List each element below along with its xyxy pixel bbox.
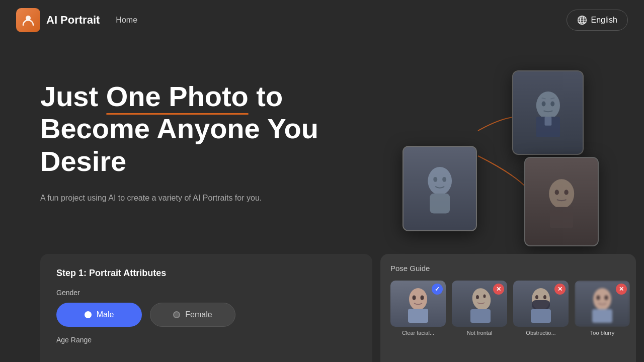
- pose-card-badge-1: ✓: [432, 284, 443, 295]
- logo-wrapper: AI Portrait: [16, 8, 100, 32]
- svg-point-38: [597, 295, 600, 300]
- hero-subtitle: A fun project using AI to create a varie…: [40, 192, 318, 205]
- pose-card-badge-3: ✕: [554, 284, 566, 295]
- pose-card-label-2: Not frontal: [452, 330, 507, 336]
- pose-card-4: ✕ Too blurry: [575, 281, 630, 336]
- svg-point-14: [541, 101, 545, 106]
- gender-buttons: Male Female: [56, 303, 356, 327]
- svg-point-34: [543, 295, 546, 299]
- svg-rect-20: [550, 207, 573, 228]
- gender-male-radio: [85, 311, 92, 318]
- portrait-card-top-right: [512, 70, 584, 155]
- pose-guide-title: Pose Guide: [390, 264, 626, 273]
- svg-point-25: [413, 295, 416, 300]
- svg-point-36: [593, 288, 611, 310]
- globe-icon: [577, 15, 587, 25]
- pose-face-svg-2: [464, 285, 495, 323]
- header: AI Portrait Home English: [0, 0, 644, 40]
- svg-point-15: [550, 101, 554, 106]
- svg-point-11: [442, 177, 446, 182]
- nav-home[interactable]: Home: [116, 16, 137, 25]
- pose-card-3: ✕ Obstructio...: [513, 281, 569, 336]
- pose-card-img-3: ✕: [513, 281, 569, 327]
- logo-text: AI Portrait: [46, 14, 100, 27]
- bottom-section: Step 1: Portrait Attributes Gender Male …: [0, 254, 644, 362]
- step-title: Step 1: Portrait Attributes: [56, 268, 356, 279]
- svg-point-27: [470, 286, 493, 312]
- gender-male-button[interactable]: Male: [56, 303, 142, 327]
- face-svg-bottom-right: [540, 175, 583, 228]
- pose-card-badge-2: ✕: [493, 284, 504, 295]
- portrait-face-bottom-right: [525, 158, 598, 245]
- svg-rect-37: [592, 309, 612, 323]
- face-svg-left: [418, 163, 461, 214]
- portrait-face-left: [404, 147, 476, 230]
- svg-rect-32: [531, 309, 551, 323]
- svg-rect-18: [544, 117, 551, 126]
- svg-rect-24: [408, 309, 428, 323]
- pose-card-img-2: ✕: [452, 281, 507, 327]
- header-left: AI Portrait Home: [16, 8, 137, 32]
- hero-title: Just One Photo to Become Anyone You Desi…: [40, 80, 318, 177]
- svg-point-19: [549, 179, 574, 208]
- hero-images: [392, 65, 604, 246]
- pose-card-2: ✕ Not frontal: [452, 281, 507, 336]
- svg-point-29: [476, 295, 479, 299]
- svg-point-10: [433, 177, 437, 182]
- pose-card-img-1: ✓: [390, 281, 446, 327]
- svg-point-39: [605, 295, 608, 300]
- gender-label: Gender: [56, 289, 356, 297]
- svg-point-23: [409, 288, 427, 310]
- language-button[interactable]: English: [567, 10, 628, 31]
- hero-section: Just One Photo to Become Anyone You Desi…: [0, 40, 644, 282]
- svg-point-8: [428, 167, 452, 195]
- pose-face-svg-3: [526, 285, 556, 323]
- gender-female-label: Female: [185, 310, 212, 319]
- svg-point-26: [421, 295, 424, 300]
- gender-male-label: Male: [97, 310, 114, 319]
- face-svg-top-right: [527, 88, 569, 137]
- pose-face-svg-1: [403, 285, 433, 323]
- pose-card-img-4: ✕: [575, 281, 630, 327]
- pose-face-svg-4: [587, 285, 617, 323]
- svg-point-30: [484, 294, 486, 298]
- age-range-label: Age Range: [56, 336, 356, 344]
- gender-female-radio: [173, 311, 180, 318]
- svg-point-22: [564, 190, 568, 195]
- language-label: English: [591, 16, 617, 25]
- pose-card-label-3: Obstructio...: [513, 330, 569, 336]
- pose-cards: ✓ Clear facial... ✕: [390, 281, 626, 336]
- portrait-face-top-right: [513, 71, 583, 154]
- portrait-card-bottom-right: [524, 157, 599, 246]
- svg-rect-9: [430, 194, 450, 214]
- left-panel: Step 1: Portrait Attributes Gender Male …: [40, 254, 372, 362]
- logo-icon: [16, 8, 40, 32]
- right-panel: Pose Guide ✓ Clear fa: [380, 254, 636, 362]
- pose-card-label-1: Clear facial...: [390, 330, 446, 336]
- hero-text: Just One Photo to Become Anyone You Desi…: [40, 70, 318, 205]
- gender-female-button[interactable]: Female: [150, 303, 235, 327]
- svg-point-12: [536, 92, 559, 119]
- svg-rect-28: [470, 309, 491, 323]
- pose-card-1: ✓ Clear facial...: [390, 281, 446, 336]
- pose-card-label-4: Too blurry: [575, 330, 630, 336]
- pose-card-badge-4: ✕: [616, 284, 627, 295]
- hero-underline: One Photo: [106, 80, 249, 113]
- svg-point-21: [554, 190, 558, 195]
- svg-rect-35: [532, 300, 550, 309]
- portrait-card-left: [403, 146, 477, 231]
- svg-point-33: [535, 295, 538, 299]
